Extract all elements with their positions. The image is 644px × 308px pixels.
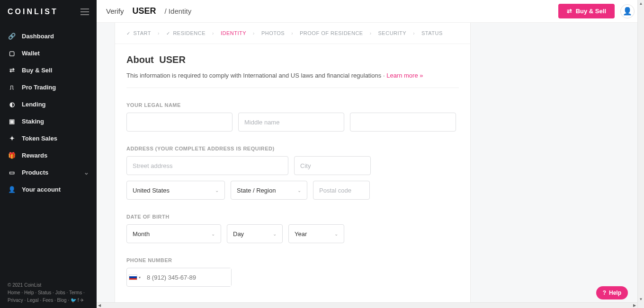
button-label: Buy & Sell [576,8,606,15]
first-name-input[interactable] [126,113,233,132]
help-button[interactable]: ?Help [596,286,628,299]
copyright: © 2021 CoinList [8,282,89,289]
step-security[interactable]: SECURITY [378,30,407,36]
step-start[interactable]: START [126,30,151,36]
sidebar-item-rewards[interactable]: 🎁Rewards [0,147,97,164]
sidebar-item-label: Your account [22,186,61,193]
help-label: Help [609,290,621,296]
logo: COINLIST [8,8,58,16]
legal-name-row [126,113,459,132]
sidebar-item-lending[interactable]: ◐Lending [0,96,97,113]
footer-link[interactable]: Blog [57,298,67,303]
step-photos[interactable]: PHOTOS [261,30,285,36]
last-name-input[interactable] [350,113,456,132]
chevron-down-icon: ⌄ [273,231,277,237]
briefcase-icon: ▭ [8,168,16,176]
chevron-right-icon: › [212,31,214,36]
sidebar-item-wallet[interactable]: ▢Wallet [0,44,97,62]
footer-link[interactable]: Privacy [8,298,23,303]
sidebar-item-label: Staking [22,118,44,125]
sidebar-item-label: Token Sales [22,135,57,142]
breadcrumb-verify: Verify [106,7,124,15]
footer-link[interactable]: Fees [43,298,53,303]
day-select[interactable]: Day⌄ [227,224,283,243]
main: Verify USER / Identity ⇄Buy & Sell 👤 STA… [97,0,644,308]
telegram-icon[interactable]: ✈ [80,298,84,303]
select-value: Month [133,230,150,238]
year-select[interactable]: Year⌄ [288,224,344,243]
scroll-right-icon[interactable]: ▶ [632,303,637,308]
step-status[interactable]: STATUS [421,30,443,36]
sidebar-item-dashboard[interactable]: 🔗Dashboard [0,27,97,44]
address-row-2: United States⌄ State / Region⌄ [126,181,459,200]
select-value: United States [133,187,170,194]
scroll-left-icon[interactable]: ◀ [97,303,102,308]
progress-steps: START› RESIDENCE› IDENTITY› PHOTOS› PROO… [115,23,470,44]
learn-more-link[interactable]: Learn more » [386,72,423,79]
phone-row: ▾ [126,268,459,287]
sidebar-item-label: Wallet [22,50,40,57]
country-flag-select[interactable]: ▾ [127,274,142,280]
intro-copy: This information is required to comply w… [126,72,386,79]
chevron-down-icon: ⌄ [211,231,215,237]
footer-link[interactable]: Status [38,290,51,295]
topbar: Verify USER / Identity ⇄Buy & Sell 👤 [97,0,644,23]
horizontal-scrollbar[interactable]: ◀▶ [97,302,637,308]
sidebar-item-buy-sell[interactable]: ⇄Buy & Sell [0,62,97,79]
postal-input[interactable] [313,181,370,200]
footer-links-row1: Home · Help · Status · Jobs · Terms · [8,289,89,297]
state-select[interactable]: State / Region⌄ [231,181,307,200]
dob-label: DATE OF BIRTH [126,214,459,220]
facebook-icon[interactable]: f [78,298,79,303]
address-row-1 [126,156,459,175]
sidebar-item-products[interactable]: ▭Products⌄ [0,164,97,181]
street-input[interactable] [126,156,288,175]
scroll-up-icon[interactable]: ▲ [638,0,644,7]
account-avatar[interactable]: 👤 [620,4,635,18]
footer-link[interactable]: Jobs [55,290,65,295]
breadcrumb-identity: / Identity [165,7,192,15]
card-body: About USER This information is required … [115,44,470,308]
lending-icon: ◐ [8,100,16,108]
footer-link[interactable]: Terms [69,290,82,295]
twitter-icon[interactable]: 🐦 [71,298,76,303]
phone-input[interactable] [142,268,231,286]
scroll-down-icon[interactable]: ▼ [638,296,644,302]
legal-name-label: YOUR LEGAL NAME [126,102,459,108]
footer-link[interactable]: Help [24,290,34,295]
buy-sell-button[interactable]: ⇄Buy & Sell [558,4,615,18]
sidebar-item-token-sales[interactable]: ✦Token Sales [0,130,97,147]
footer-link[interactable]: Legal [27,298,38,303]
breadcrumb-user: USER [133,6,156,16]
address-label: ADDRESS (YOUR COMPLETE ADDRESS IS REQUIR… [126,146,459,151]
step-residence[interactable]: RESIDENCE [166,30,206,36]
sidebar-footer: © 2021 CoinList Home · Help · Status · J… [8,282,89,304]
content-area: START› RESIDENCE› IDENTITY› PHOTOS› PROO… [97,23,644,308]
country-select[interactable]: United States⌄ [126,181,225,200]
breadcrumb: Verify USER / Identity [106,6,191,16]
phone-field: ▾ [126,268,232,287]
about-heading: About USER [126,54,459,65]
city-input[interactable] [294,156,371,175]
chevron-right-icon: › [253,31,255,36]
link-icon: 🔗 [8,32,16,40]
sidebar-item-label: Pro Trading [22,84,56,91]
menu-toggle-icon[interactable] [80,9,89,15]
chevron-down-icon: ⌄ [297,188,301,193]
chevron-right-icon: › [158,31,160,36]
sidebar-item-label: Rewards [22,152,47,159]
step-proof[interactable]: PROOF OF RESIDENCE [300,30,363,36]
about-prefix: About [126,54,154,65]
sidebar-item-staking[interactable]: ▣Staking [0,113,97,130]
vertical-scrollbar[interactable]: ▲ ▼ [637,0,644,308]
footer-link[interactable]: Home [8,290,20,295]
chevron-right-icon: › [291,31,293,36]
sidebar-item-account[interactable]: 👤Your account [0,181,97,198]
topbar-right: ⇄Buy & Sell 👤 [558,4,635,18]
middle-name-input[interactable] [238,113,344,132]
month-select[interactable]: Month⌄ [126,224,221,243]
step-identity[interactable]: IDENTITY [221,30,246,36]
sidebar-header: COINLIST [0,0,97,24]
chevron-right-icon: › [370,31,372,36]
sidebar-item-pro-trading[interactable]: ⎍Pro Trading [0,79,97,96]
